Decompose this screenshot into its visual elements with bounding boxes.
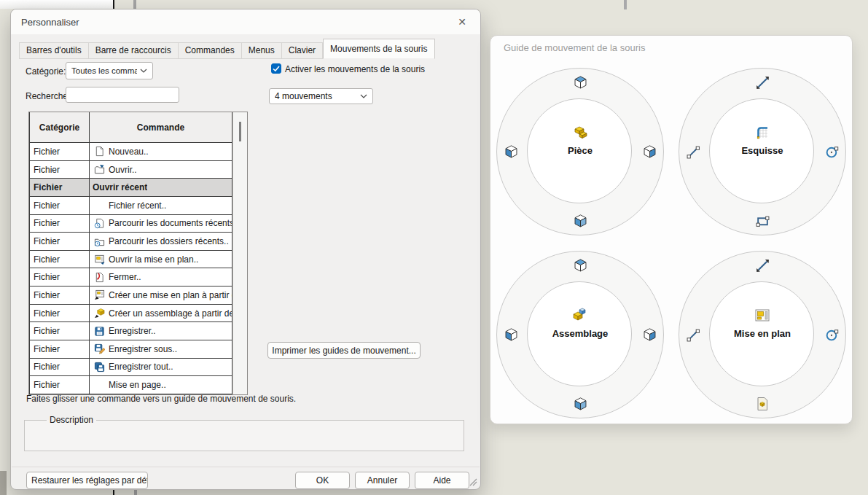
gesture-guide-panel: Guide de mouvement de la souris Pièce Es… — [490, 35, 853, 424]
tab-barres-outils[interactable]: Barres d'outils — [19, 42, 89, 59]
tab-clavier[interactable]: Clavier — [282, 42, 323, 59]
make-assembly-icon — [93, 308, 105, 319]
background-fragment — [0, 0, 113, 9]
gesture-label-sketch: Esquisse — [679, 145, 845, 156]
chevron-down-icon — [140, 69, 147, 73]
table-row[interactable]: Fichier Ouvrir.. — [30, 160, 232, 179]
category-select[interactable]: Toutes les commandes — [66, 62, 153, 79]
background-fragment — [113, 0, 114, 9]
check-icon — [272, 64, 281, 73]
column-header-category: Catégorie — [30, 112, 90, 143]
model-view-document-icon[interactable] — [754, 396, 770, 412]
background-fragment — [0, 471, 7, 495]
save-as-icon — [93, 343, 105, 355]
table-row[interactable]: Fichier Créer un assemblage à partir de … — [30, 304, 232, 322]
save-icon — [93, 325, 105, 337]
smart-dimension-icon[interactable] — [754, 257, 770, 273]
resize-grip[interactable] — [469, 478, 477, 486]
help-button[interactable]: Aide — [415, 472, 469, 489]
view-cube-top-icon[interactable] — [572, 74, 588, 90]
view-cube-top-icon[interactable] — [572, 257, 588, 273]
description-legend: Description — [47, 415, 96, 425]
table-row[interactable]: Fichier Parcourir les documents récents.… — [30, 214, 232, 233]
table-row[interactable]: Fichier Créer une mise en plan à partir … — [30, 287, 232, 305]
open-file-icon — [93, 164, 105, 176]
table-row[interactable]: Fichier Enregistrer.. — [30, 322, 232, 340]
rectangle-tool-icon[interactable] — [754, 213, 770, 229]
search-input[interactable] — [66, 87, 179, 103]
ok-button[interactable]: OK — [295, 472, 350, 489]
footer-separator — [12, 467, 480, 467]
gesture-label-drawing: Mise en plan — [679, 328, 845, 339]
tab-menus[interactable]: Menus — [242, 42, 282, 59]
open-drawing-icon — [93, 254, 105, 265]
table-row[interactable]: Fichier Mise en page.. — [30, 376, 232, 394]
recent-documents-icon — [93, 217, 105, 229]
view-cube-bottom-icon[interactable] — [572, 396, 588, 412]
customize-dialog: Personnaliser ✕ Barres d'outils Barre de… — [10, 9, 481, 490]
chevron-down-icon — [360, 94, 367, 98]
command-table: Catégorie Commande Fichier Nouveau.. Fic… — [29, 112, 232, 394]
tab-commandes[interactable]: Commandes — [179, 42, 242, 59]
enable-gestures-label: Activer les mouvements de la souris — [285, 64, 425, 74]
dialog-title: Personnaliser — [21, 17, 79, 28]
enable-gestures-checkbox[interactable] — [271, 63, 281, 74]
table-row[interactable]: Fichier Enregistrer tout.. — [30, 358, 232, 376]
column-header-command: Commande — [90, 112, 232, 143]
table-row[interactable]: Fichier Parcourir les dossiers récents.. — [30, 233, 232, 251]
view-cube-bottom-icon[interactable] — [572, 213, 588, 229]
assembly-icon — [571, 306, 590, 325]
smart-dimension-icon[interactable] — [754, 74, 770, 90]
screen: Personnaliser ✕ Barres d'outils Barre de… — [0, 0, 868, 495]
gesture-circle-piece[interactable]: Pièce — [496, 68, 664, 235]
close-icon[interactable]: ✕ — [454, 14, 470, 30]
table-row-group[interactable]: Fichier Ouvrir récent — [30, 179, 232, 197]
gesture-label-assembly: Assemblage — [497, 328, 663, 339]
gesture-circle-drawing[interactable]: Mise en plan — [679, 251, 846, 418]
panel-title: Guide de mouvement de la souris — [504, 42, 645, 53]
command-list: Catégorie Commande Fichier Nouveau.. Fic… — [28, 112, 248, 395]
recent-folders-icon — [93, 235, 105, 247]
print-guides-button[interactable]: Imprimer les guides de mouvement... — [267, 342, 421, 359]
scrollbar-thumb[interactable] — [239, 122, 241, 141]
background-fragment — [624, 0, 627, 9]
tab-bar: Barres d'outils Barre de raccourcis Comm… — [19, 39, 435, 59]
table-row[interactable]: Fichier Nouveau.. — [30, 143, 232, 161]
restore-defaults-button[interactable]: Restaurer les réglages par défaut — [26, 472, 148, 489]
table-row[interactable]: Fichier Fichier récent.. — [30, 196, 232, 214]
gesture-circle-assembly[interactable]: Assemblage — [496, 251, 664, 418]
sketch-icon — [753, 123, 772, 142]
table-row[interactable]: Fichier Ouvrir la mise en plan.. — [30, 250, 232, 268]
gesture-count-select[interactable]: 4 mouvements — [269, 88, 373, 104]
category-label: Catégorie: — [26, 66, 66, 77]
drawing-icon — [753, 306, 772, 325]
new-document-icon — [93, 146, 105, 157]
make-drawing-icon — [93, 289, 105, 301]
gesture-circle-sketch[interactable]: Esquisse — [679, 68, 846, 235]
tab-mouvements-souris[interactable]: Mouvements de la souris — [323, 39, 434, 59]
table-row[interactable]: Fichier Fermer.. — [30, 268, 232, 287]
dialog-title-bar[interactable]: Personnaliser ✕ — [11, 9, 480, 34]
cancel-button[interactable]: Annuler — [355, 472, 410, 489]
gesture-label-piece: Pièce — [497, 145, 663, 156]
drag-hint-text: Faites glisser une commande vers un guid… — [26, 394, 296, 404]
background-fragment — [134, 490, 137, 495]
save-all-icon — [93, 361, 105, 373]
description-box: Description — [24, 415, 464, 451]
table-row[interactable]: Fichier Enregistrer sous.. — [30, 340, 232, 358]
background-fragment — [113, 490, 114, 495]
table-scrollbar[interactable] — [232, 112, 247, 394]
tab-barre-raccourcis[interactable]: Barre de raccourcis — [89, 42, 179, 59]
table-header-row: Catégorie Commande — [30, 112, 232, 143]
background-fragment — [133, 0, 136, 9]
close-file-icon — [93, 271, 105, 283]
part-icon — [571, 123, 590, 142]
